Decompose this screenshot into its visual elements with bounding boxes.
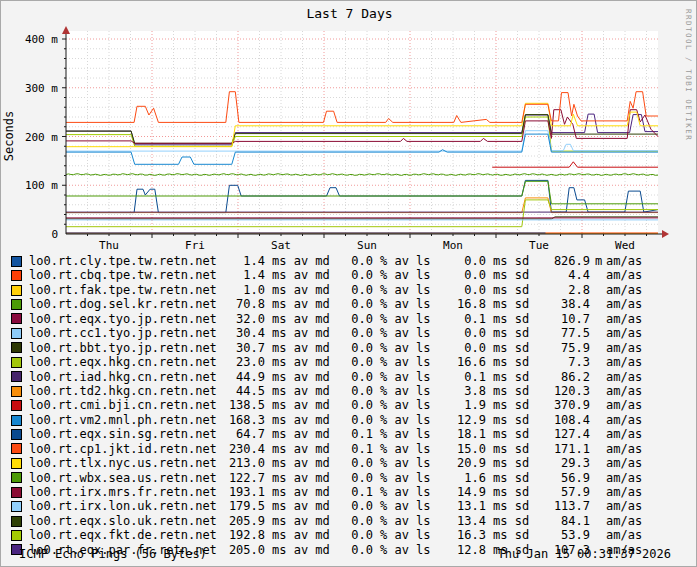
avg-loss-value: 0.0 [337, 528, 373, 542]
series-color-swatch [11, 386, 22, 397]
series-color-swatch [11, 415, 22, 426]
avg-median-value: 230.4 [217, 442, 265, 456]
series-color-swatch [11, 342, 22, 353]
avg-median-label: ms av md [265, 398, 337, 412]
am-as-value: 53.9 [536, 528, 590, 542]
series-color-swatch [11, 501, 22, 512]
legend-row: lo0.rt.irx.mrs.fr.retn.net 193.1 ms av m… [11, 485, 691, 499]
std-dev-value: 14.9 [438, 485, 486, 499]
avg-median-value: 179.5 [217, 499, 265, 513]
std-dev-value: 0.0 [438, 326, 486, 340]
avg-loss-value: 0.0 [337, 471, 373, 485]
std-dev-label: ms sd [486, 341, 536, 355]
avg-loss-value: 0.0 [337, 514, 373, 528]
avg-median-value: 193.1 [217, 485, 265, 499]
std-dev-value: 16.3 [438, 528, 486, 542]
host-name: lo0.rt.eqx.tyo.jp.retn.net [29, 312, 217, 326]
avg-median-label: ms av md [265, 355, 337, 369]
avg-loss-value: 0.0 [337, 297, 373, 311]
am-as-value: 127.4 [536, 427, 590, 441]
avg-loss-label: % av ls [373, 471, 438, 485]
host-name: lo0.rt.eqx.fkt.de.retn.net [29, 528, 217, 542]
avg-median-value: 138.5 [217, 398, 265, 412]
avg-median-value: 192.8 [217, 528, 265, 542]
std-dev-label: ms sd [486, 528, 536, 542]
graph-datetime: Thu Jan 15 00:31:37 2026 [498, 547, 671, 562]
rrd-graph-image: Last 7 Days RRDTOOL / TOBI OETIKER Secon… [0, 0, 697, 567]
series-color-swatch [11, 472, 22, 483]
avg-loss-label: % av ls [373, 297, 438, 311]
am-as-label: am/as [606, 370, 646, 384]
x-day-label: Mon [443, 239, 463, 252]
am-as-label: am/as [606, 499, 646, 513]
avg-median-label: ms av md [265, 268, 337, 282]
std-dev-label: ms sd [486, 499, 536, 513]
am-as-value: 108.4 [536, 413, 590, 427]
am-as-label: am/as [606, 528, 646, 542]
std-dev-value: 0.1 [438, 370, 486, 384]
std-dev-value: 1.6 [438, 471, 486, 485]
host-name: lo0.rt.cbq.tpe.tw.retn.net [29, 268, 217, 282]
std-dev-value: 20.9 [438, 456, 486, 470]
am-as-label: am/as [606, 471, 646, 485]
am-as-value: 120.3 [536, 384, 590, 398]
avg-median-label: ms av md [265, 514, 337, 528]
host-name: lo0.rt.bbt.tyo.jp.retn.net [29, 341, 217, 355]
avg-median-label: ms av md [265, 326, 337, 340]
legend-row: lo0.rt.cp1.jkt.id.retn.net 230.4 ms av m… [11, 442, 691, 456]
avg-median-value: 30.7 [217, 341, 265, 355]
host-name: lo0.rt.eqx.sin.sg.retn.net [29, 427, 217, 441]
std-dev-value: 0.0 [438, 268, 486, 282]
avg-median-value: 1.4 [217, 268, 265, 282]
avg-median-value: 122.7 [217, 471, 265, 485]
avg-loss-label: % av ls [373, 268, 438, 282]
host-name: lo0.rt.irx.mrs.fr.retn.net [29, 485, 217, 499]
std-dev-label: ms sd [486, 456, 536, 470]
avg-loss-value: 0.0 [337, 268, 373, 282]
series-color-swatch [11, 270, 22, 281]
std-dev-label: ms sd [486, 384, 536, 398]
am-as-value: 77.5 [536, 326, 590, 340]
am-as-label: am/as [606, 384, 646, 398]
avg-loss-label: % av ls [373, 283, 438, 297]
avg-median-value: 213.0 [217, 456, 265, 470]
avg-loss-value: 0.1 [337, 442, 373, 456]
legend-row: lo0.rt.eqx.tyo.jp.retn.net 32.0 ms av md… [11, 312, 691, 326]
std-dev-value: 18.1 [438, 427, 486, 441]
avg-loss-value: 0.0 [337, 384, 373, 398]
legend-row: lo0.rt.eqx.hkg.cn.retn.net 23.0 ms av md… [11, 355, 691, 369]
std-dev-label: ms sd [486, 326, 536, 340]
avg-loss-value: 0.0 [337, 456, 373, 470]
std-dev-value: 13.4 [438, 514, 486, 528]
am-as-label: am/as [606, 268, 646, 282]
am-as-value: 7.3 [536, 355, 590, 369]
series-color-swatch [11, 285, 22, 296]
std-dev-value: 16.8 [438, 297, 486, 311]
avg-loss-label: % av ls [373, 442, 438, 456]
series-color-swatch [11, 328, 22, 339]
avg-loss-label: % av ls [373, 312, 438, 326]
std-dev-value: 16.6 [438, 355, 486, 369]
std-dev-label: ms sd [486, 413, 536, 427]
series-color-swatch [11, 487, 22, 498]
avg-loss-label: % av ls [373, 341, 438, 355]
std-dev-value: 13.1 [438, 499, 486, 513]
am-as-label: am/as [606, 326, 646, 340]
latency-chart: 400 m300 m200 m100 m0ThuFriSatSunMonTueW… [1, 1, 697, 253]
legend-row: lo0.rt.vm2.mnl.ph.retn.net 168.3 ms av m… [11, 413, 691, 427]
avg-loss-value: 0.0 [337, 413, 373, 427]
am-as-value: 113.7 [536, 499, 590, 513]
am-as-label: am/as [606, 398, 646, 412]
am-as-value: 826.9 [536, 254, 590, 268]
avg-loss-label: % av ls [373, 413, 438, 427]
legend-row: lo0.rt.irx.lon.uk.retn.net 179.5 ms av m… [11, 499, 691, 513]
avg-median-value: 32.0 [217, 312, 265, 326]
avg-median-label: ms av md [265, 254, 337, 268]
avg-median-value: 205.9 [217, 514, 265, 528]
legend-row: lo0.rt.td2.hkg.cn.retn.net 44.5 ms av md… [11, 384, 691, 398]
std-dev-label: ms sd [486, 514, 536, 528]
am-as-label: am/as [606, 427, 646, 441]
avg-loss-label: % av ls [373, 485, 438, 499]
series-color-swatch [11, 357, 22, 368]
host-name: lo0.rt.dog.sel.kr.retn.net [29, 297, 217, 311]
